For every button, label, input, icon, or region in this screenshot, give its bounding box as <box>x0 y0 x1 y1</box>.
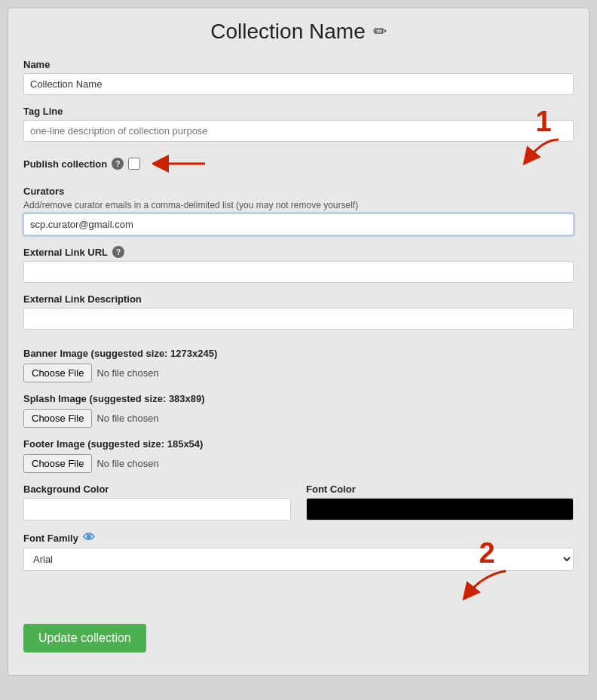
font-family-eye-icon[interactable]: 👁 <box>83 531 95 545</box>
tagline-field-group: Tag Line <box>23 106 574 142</box>
edit-title-icon[interactable]: ✏ <box>373 22 387 41</box>
external-link-help-icon[interactable]: ? <box>112 246 124 258</box>
publish-row: Publish collection ? <box>23 152 574 175</box>
banner-choose-file-button[interactable]: Choose File <box>23 364 92 382</box>
tagline-label: Tag Line <box>23 106 574 117</box>
footer-image-label: Footer Image (suggested size: 185x54) <box>23 438 574 450</box>
curators-field-group: Curators Add/remove curator emails in a … <box>23 186 574 235</box>
font-color-label: Font Color <box>306 484 574 495</box>
name-input[interactable] <box>23 73 574 95</box>
update-collection-button[interactable]: Update collection <box>23 624 146 652</box>
external-desc-label: External Link Description <box>23 293 574 305</box>
publish-help-icon[interactable]: ? <box>112 158 124 170</box>
font-color-swatch[interactable] <box>306 498 574 520</box>
footer-file-row: Choose File No file chosen <box>23 454 574 473</box>
curators-label: Curators <box>23 186 574 197</box>
name-field-group: Name <box>23 59 574 95</box>
banner-image-group: Banner Image (suggested size: 1273x245) … <box>23 348 574 382</box>
banner-image-label: Banner Image (suggested size: 1273x245) <box>23 348 574 359</box>
font-family-select[interactable]: Arial Georgia Times New Roman Verdana Co… <box>23 548 574 571</box>
name-label: Name <box>23 59 574 70</box>
external-desc-field-group: External Link Description <box>23 293 574 330</box>
splash-no-file-text: No file chosen <box>96 413 158 424</box>
splash-file-row: Choose File No file chosen <box>23 409 574 428</box>
banner-file-row: Choose File No file chosen <box>23 364 574 382</box>
publish-label: Publish collection <box>23 158 107 170</box>
bg-color-swatch[interactable] <box>23 498 291 520</box>
curators-hint: Add/remove curator emails in a comma-del… <box>23 200 574 210</box>
page-title: Collection Name <box>210 20 365 44</box>
page-container: Collection Name ✏ Name Tag Line 1 Publis… <box>8 8 589 676</box>
font-color-group: Font Color <box>306 484 574 520</box>
splash-choose-file-button[interactable]: Choose File <box>23 409 92 428</box>
page-title-row: Collection Name ✏ <box>23 20 574 44</box>
footer-no-file-text: No file chosen <box>96 458 158 469</box>
publish-checkbox[interactable] <box>128 158 140 170</box>
splash-image-label: Splash Image (suggested size: 383x89) <box>23 393 574 404</box>
font-family-label-row: Font Family 👁 <box>23 531 574 545</box>
font-family-label-text: Font Family <box>23 533 78 544</box>
annotation-checkbox-arrow <box>152 152 213 175</box>
font-family-group: Font Family 👁 Arial Georgia Times New Ro… <box>23 531 574 571</box>
tagline-input[interactable] <box>23 120 574 142</box>
bg-color-group: Background Color <box>23 484 291 520</box>
external-link-field-group: External Link URL ? <box>23 246 574 283</box>
footer-choose-file-button[interactable]: Choose File <box>23 454 92 473</box>
color-row: Background Color Font Color <box>23 484 574 520</box>
footer-image-group: Footer Image (suggested size: 185x54) Ch… <box>23 438 574 473</box>
banner-no-file-text: No file chosen <box>96 367 158 379</box>
external-link-input[interactable] <box>23 261 574 283</box>
bg-color-label: Background Color <box>23 484 291 495</box>
external-link-label: External Link URL <box>23 247 108 258</box>
splash-image-group: Splash Image (suggested size: 383x89) Ch… <box>23 393 574 428</box>
external-desc-input[interactable] <box>23 308 574 330</box>
checkbox-arrow-svg <box>152 152 213 175</box>
curators-input[interactable] <box>23 213 574 235</box>
